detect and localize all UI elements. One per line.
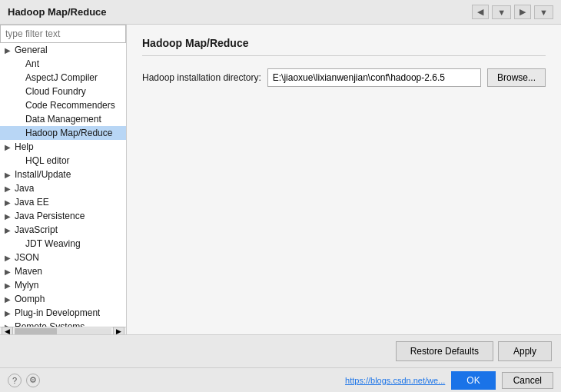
tree-arrow-icon: ▶ (5, 143, 12, 151)
sidebar-item-hadoopmapreduce[interactable]: Hadoop Map/Reduce (0, 126, 126, 140)
sidebar-item-label: JavaScript (15, 224, 58, 235)
nav-back-button[interactable]: ◀ (472, 5, 489, 19)
nav-forward-button[interactable]: ▶ (514, 5, 531, 19)
sidebar-item-oomph[interactable]: ▶Oomph (0, 292, 126, 306)
sidebar-item-label: General (15, 45, 48, 55)
nav-forward-dropdown-button[interactable]: ▼ (534, 5, 553, 19)
cancel-button[interactable]: Cancel (502, 372, 553, 389)
sidebar-item-json[interactable]: ▶JSON (0, 251, 126, 264)
hscroll-right[interactable]: ▶ (113, 327, 124, 335)
sidebar-item-aspectj[interactable]: AspectJ Compiler (0, 71, 126, 85)
hadoop-dir-input[interactable] (267, 68, 481, 87)
sidebar-item-label: Help (15, 141, 34, 152)
tree-arrow-icon: ▶ (5, 171, 12, 179)
sidebar-item-label: Data Management (25, 114, 101, 125)
title-bar: Hadoop Map/Reduce ◀ ▼ ▶ ▼ (0, 0, 561, 25)
ok-button[interactable]: OK (451, 371, 495, 390)
footer-icons: ? ⚙ (8, 374, 40, 387)
sidebar-item-label: Install/Update (15, 169, 71, 180)
sidebar-item-label: Cloud Foundry (25, 86, 86, 97)
tree-arrow-icon: ▶ (5, 184, 12, 193)
hadoop-dir-row: Hadoop installation directory: Browse... (142, 68, 546, 87)
tree-arrow-icon: ▶ (5, 254, 12, 262)
tree-arrow-icon: ▶ (5, 46, 12, 55)
bottom-action-area: Restore Defaults Apply (0, 334, 561, 367)
sidebar-item-jdtweaving[interactable]: JDT Weaving (0, 237, 126, 251)
nav-back-dropdown-button[interactable]: ▼ (492, 5, 511, 19)
sidebar-item-general[interactable]: ▶General (0, 43, 126, 57)
help-icon[interactable]: ? (8, 374, 22, 387)
sidebar-item-plugindevelopment[interactable]: ▶Plug-in Development (0, 306, 126, 320)
tree-arrow-icon: ▶ (5, 198, 12, 207)
browse-button[interactable]: Browse... (487, 68, 546, 87)
tree-arrow-icon: ▶ (5, 267, 12, 276)
main-area: ▶GeneralAntAspectJ CompilerCloud Foundry… (0, 25, 561, 334)
footer: ? ⚙ https://blogs.csdn.net/we... OK Canc… (0, 367, 561, 392)
sidebar-item-label: Ant (25, 58, 39, 69)
hadoop-dir-label: Hadoop installation directory: (142, 72, 261, 83)
sidebar-item-ant[interactable]: Ant (0, 57, 126, 71)
sidebar-item-javascript[interactable]: ▶JavaScript (0, 223, 126, 237)
sidebar-item-hqleditor[interactable]: HQL editor (0, 154, 126, 168)
sidebar-item-maven[interactable]: ▶Maven (0, 264, 126, 278)
sidebar-item-label: Code Recommenders (25, 100, 115, 111)
sidebar-item-installupdate[interactable]: ▶Install/Update (0, 168, 126, 181)
tree-arrow-icon: ▶ (5, 212, 12, 221)
nav-buttons: ◀ ▼ ▶ ▼ (472, 5, 553, 19)
sidebar: ▶GeneralAntAspectJ CompilerCloud Foundry… (0, 25, 127, 334)
sidebar-item-label: Oomph (15, 294, 45, 304)
sidebar-item-java[interactable]: ▶Java (0, 181, 126, 195)
sidebar-item-coderecommenders[interactable]: Code Recommenders (0, 98, 126, 112)
sidebar-item-label: Java EE (15, 197, 49, 208)
sidebar-item-label: Hadoop Map/Reduce (25, 128, 112, 138)
sidebar-item-label: JSON (15, 252, 39, 263)
dialog-title: Hadoop Map/Reduce (8, 6, 107, 18)
footer-url[interactable]: https://blogs.csdn.net/we... (345, 376, 445, 385)
filter-input[interactable] (0, 25, 126, 43)
sidebar-item-label: AspectJ Compiler (25, 72, 98, 83)
apply-button[interactable]: Apply (498, 341, 552, 361)
tree-arrow-icon: ▶ (5, 309, 12, 317)
sidebar-hscroll: ◀ ▶ (0, 327, 126, 334)
tree-area: ▶GeneralAntAspectJ CompilerCloud Foundry… (0, 43, 126, 327)
content-title: Hadoop Map/Reduce (142, 37, 546, 56)
sidebar-item-javaee[interactable]: ▶Java EE (0, 195, 126, 209)
sidebar-item-help[interactable]: ▶Help (0, 140, 126, 154)
sidebar-item-label: Mylyn (15, 280, 38, 291)
settings-icon[interactable]: ⚙ (26, 374, 40, 387)
restore-defaults-button[interactable]: Restore Defaults (396, 341, 493, 361)
tree-arrow-icon: ▶ (5, 295, 12, 304)
sidebar-item-label: JDT Weaving (25, 238, 81, 249)
sidebar-item-label: HQL editor (25, 155, 70, 166)
sidebar-item-mylyn[interactable]: ▶Mylyn (0, 278, 126, 292)
sidebar-item-cloudfoundry[interactable]: Cloud Foundry (0, 85, 126, 98)
hscroll-left[interactable]: ◀ (2, 327, 13, 335)
sidebar-item-javapersistence[interactable]: ▶Java Persistence (0, 209, 126, 223)
sidebar-item-datamanagement[interactable]: Data Management (0, 112, 126, 126)
sidebar-item-label: Plug-in Development (15, 307, 100, 318)
content-panel: Hadoop Map/Reduce Hadoop installation di… (127, 25, 561, 334)
sidebar-item-label: Java Persistence (15, 211, 85, 221)
tree-arrow-icon: ▶ (5, 226, 12, 234)
sidebar-item-label: Java (15, 183, 34, 194)
sidebar-item-label: Maven (15, 266, 42, 277)
tree-arrow-icon: ▶ (5, 281, 12, 290)
